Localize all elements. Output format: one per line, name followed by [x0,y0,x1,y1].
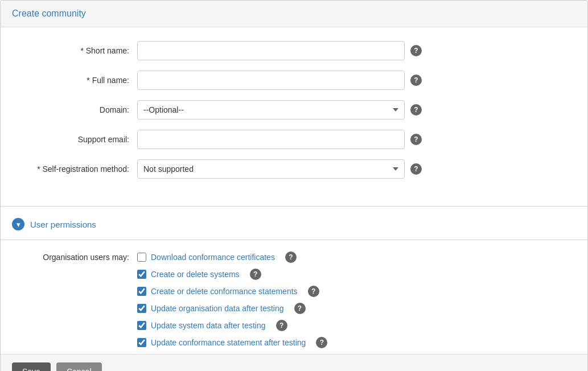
checkbox-row: Create or delete conformance statements? [137,286,327,297]
domain-select[interactable]: --Optional-- [137,100,405,119]
checkbox-cb4[interactable] [137,304,146,313]
checkbox-cb6[interactable] [137,338,146,347]
checkbox-label-cb1: Download conformance certificates [151,253,275,262]
full-name-input[interactable] [137,71,405,90]
short-name-input[interactable] [137,41,405,60]
help-icon-cb6[interactable]: ? [316,337,327,348]
full-name-label: * Full name: [12,76,137,85]
org-users-may-label: Organisation users may: [12,252,137,262]
footer-bar: Save Cancel [1,354,587,371]
user-permissions-title: User permissions [30,220,96,229]
cancel-button[interactable]: Cancel [56,362,102,371]
help-icon-cb4[interactable]: ? [294,303,306,314]
support-email-control-wrap: ? [137,130,576,149]
self-reg-row: * Self-registration method: Not supporte… [12,159,576,179]
permissions-row: Organisation users may: Download conform… [12,252,576,348]
support-email-label: Support email: [12,135,137,144]
short-name-help-icon[interactable]: ? [410,45,422,56]
checkbox-row: Update conformance statement after testi… [137,337,327,348]
self-reg-help-icon[interactable]: ? [410,163,422,175]
domain-help-icon[interactable]: ? [410,104,422,116]
create-community-window: Create community * Short name: ? * Full … [0,0,588,371]
domain-control-wrap: --Optional-- ? [137,100,576,119]
checkbox-cb3[interactable] [137,287,146,296]
support-email-input[interactable] [137,130,405,149]
self-reg-select[interactable]: Not supported [137,159,405,179]
window-header: Create community [1,1,587,27]
support-email-help-icon[interactable]: ? [410,134,422,145]
section-divider [1,206,587,207]
form-area: * Short name: ? * Full name: ? Domain: -… [1,27,587,203]
full-name-control-wrap: ? [137,71,576,90]
domain-row: Domain: --Optional-- ? [12,100,576,119]
full-name-help-icon[interactable]: ? [410,75,422,86]
checkbox-row: Update system data after testing? [137,320,327,331]
checkbox-label-cb5: Update system data after testing [151,321,266,330]
page-title: Create community [12,9,576,19]
checkbox-cb2[interactable] [137,270,146,279]
checkboxes-column: Download conformance certificates?Create… [137,252,327,348]
help-icon-cb1[interactable]: ? [285,252,297,263]
help-icon-cb2[interactable]: ? [250,269,261,280]
short-name-row: * Short name: ? [12,41,576,60]
help-icon-cb5[interactable]: ? [276,320,287,331]
support-email-row: Support email: ? [12,130,576,149]
permissions-area: Organisation users may: Download conform… [1,246,587,354]
checkbox-label-cb6: Update conformance statement after testi… [151,338,306,347]
checkbox-label-cb3: Create or delete conformance statements [151,287,298,296]
checkbox-label-cb2: Create or delete systems [151,270,240,279]
help-icon-cb3[interactable]: ? [308,286,319,297]
save-button[interactable]: Save [12,362,51,371]
full-name-row: * Full name: ? [12,71,576,90]
user-permissions-section-header[interactable]: ▾ User permissions [1,212,587,236]
self-reg-label: * Self-registration method: [12,164,137,174]
short-name-label: * Short name: [12,46,137,55]
checkbox-row: Update organisation data after testing? [137,303,327,314]
checkbox-cb1[interactable] [137,253,146,262]
checkbox-row: Create or delete systems? [137,269,327,280]
checkbox-label-cb4: Update organisation data after testing [151,304,284,313]
checkbox-row: Download conformance certificates? [137,252,327,263]
short-name-control-wrap: ? [137,41,576,60]
domain-label: Domain: [12,105,137,114]
self-reg-control-wrap: Not supported ? [137,159,576,179]
checkbox-cb5[interactable] [137,321,146,330]
collapse-icon: ▾ [12,218,24,230]
section-divider-2 [1,240,587,240]
